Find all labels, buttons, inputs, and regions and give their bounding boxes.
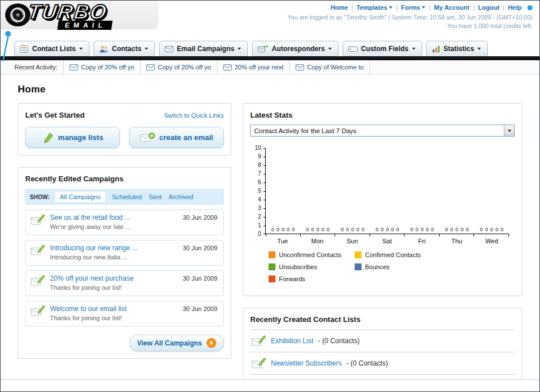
header-link-my-account[interactable]: My Account bbox=[434, 4, 469, 11]
recent-activity-item[interactable]: 20% off your next bbox=[217, 60, 290, 74]
y-tick-label: 8 bbox=[258, 162, 261, 168]
campaign-date: 30 Jun 2009 bbox=[182, 275, 217, 282]
separator: | bbox=[503, 4, 504, 11]
legend-label: Confirmed Contacts bbox=[365, 251, 421, 258]
activity-item-label: 20% off your next bbox=[235, 64, 283, 71]
chevron-down-icon bbox=[328, 48, 332, 50]
bar-group: 00000 bbox=[266, 227, 301, 232]
campaigns-title: Recently Edited Campaigns bbox=[25, 174, 224, 183]
envelope-pencil-icon bbox=[30, 214, 45, 226]
campaign-row: Introducing our new range ...Introducing… bbox=[25, 240, 224, 266]
latest-stats-title: Latest Stats bbox=[250, 111, 515, 119]
tab-statistics[interactable]: Statistics bbox=[426, 41, 488, 56]
stats-period-select[interactable]: Contact Activity for the Last 7 Days bbox=[250, 125, 515, 137]
tab-autoresponders[interactable]: Autoresponders bbox=[252, 41, 339, 56]
recent-activity-item[interactable]: Copy of 20% off yo bbox=[63, 60, 141, 74]
x-tick-label: Sat bbox=[370, 238, 405, 244]
get-started-head: Let's Get Started Switch to Quick Links bbox=[25, 111, 224, 119]
y-tick bbox=[263, 183, 266, 183]
campaign-date: 30 Jun 2009 bbox=[182, 244, 217, 251]
bar-value-label: 0 bbox=[415, 227, 418, 232]
tab-label: Contact Lists bbox=[32, 45, 76, 53]
tab-label: Autoresponders bbox=[271, 45, 325, 53]
bar-value-label: 0 bbox=[356, 227, 359, 232]
separator: | bbox=[473, 4, 475, 11]
nav-divider bbox=[1, 56, 539, 60]
campaign-row: Welcome to our email listThanks for join… bbox=[25, 301, 224, 327]
header-right: Home|Templates|Forms|My Account|Logout|H… bbox=[288, 4, 533, 29]
switch-quick-links-link[interactable]: Switch to Quick Links bbox=[164, 112, 224, 119]
bar-value-label: 0 bbox=[495, 227, 498, 232]
app-window: TURBO EMAIL Home|Templates|Forms|My Acco… bbox=[0, 0, 540, 392]
y-tick bbox=[263, 165, 266, 166]
view-all-campaigns-button[interactable]: View All Campaigns bbox=[130, 335, 224, 351]
campaign-title-link[interactable]: Welcome to our email list bbox=[50, 305, 178, 313]
filter-all-campaigns[interactable]: All Campaigns bbox=[55, 192, 105, 202]
envelope-icon bbox=[296, 64, 304, 71]
legend-swatch bbox=[269, 251, 275, 258]
y-tick bbox=[263, 208, 266, 209]
tab-contact-lists[interactable]: Contact Lists bbox=[14, 41, 90, 56]
bar-group: 00000 bbox=[440, 227, 475, 232]
header-link-help[interactable]: Help bbox=[508, 4, 522, 11]
create-email-button[interactable]: create an email bbox=[129, 127, 224, 148]
contact-count: - (0 Contacts) bbox=[318, 337, 360, 345]
turbo-email-logo[interactable]: TURBO EMAIL bbox=[4, 2, 112, 30]
separator: | bbox=[396, 4, 398, 11]
contact-list-link[interactable]: Exhibition List bbox=[271, 337, 313, 345]
y-tick bbox=[263, 191, 266, 192]
envelope-pencil-icon bbox=[30, 305, 45, 317]
campaign-date: 30 Jun 2009 bbox=[182, 305, 217, 312]
bar-group: 00000 bbox=[370, 227, 405, 232]
bar-value-label: 0 bbox=[450, 227, 453, 232]
x-tick-label: Tue bbox=[265, 238, 300, 244]
x-tick-label: Fri bbox=[405, 238, 440, 244]
bar-group: 00000 bbox=[405, 227, 440, 232]
legend-swatch bbox=[355, 251, 362, 258]
y-tick bbox=[263, 200, 266, 200]
campaign-subtitle: We're giving away our late ... bbox=[50, 223, 178, 230]
filter-sent[interactable]: Sent bbox=[149, 193, 162, 200]
envelope-icon bbox=[69, 64, 78, 71]
filter-archived[interactable]: Archived bbox=[169, 193, 193, 200]
recent-activity-item[interactable]: Copy of 20% off yo bbox=[140, 60, 217, 74]
bar-value-label: 0 bbox=[456, 227, 459, 232]
y-tick-label: 0 bbox=[258, 231, 261, 237]
activity-items: Copy of 20% off yoCopy of 20% off yo20% … bbox=[63, 60, 370, 74]
tab-label: Custom Fields bbox=[361, 45, 409, 53]
bar-value-label: 0 bbox=[351, 227, 354, 232]
campaign-title-link[interactable]: See us at the retail food ... bbox=[50, 214, 178, 222]
recent-activity-item[interactable]: Copy of Welcome to bbox=[289, 60, 370, 74]
contacts-icon bbox=[99, 45, 108, 53]
y-tick bbox=[263, 148, 266, 149]
tab-email-campaigns[interactable]: Email Campaigns bbox=[159, 41, 248, 56]
bar-value-label: 0 bbox=[466, 227, 469, 232]
tab-custom-fields[interactable]: Custom Fields bbox=[343, 41, 422, 56]
y-tick-label: 5 bbox=[258, 188, 261, 194]
bar-group: 00000 bbox=[474, 227, 509, 232]
bar-value-label: 0 bbox=[431, 227, 434, 232]
campaign-title-link[interactable]: Introducing our new range ... bbox=[50, 244, 178, 252]
contact-list-link[interactable]: Newsletter Subscribers bbox=[271, 359, 341, 367]
filter-scheduled[interactable]: Scheduled bbox=[112, 193, 142, 200]
bar-value-label: 0 bbox=[421, 227, 424, 232]
header-link-forms[interactable]: Forms bbox=[401, 4, 426, 11]
envelope-plus-icon bbox=[140, 132, 155, 143]
bar-value-label: 0 bbox=[391, 227, 394, 232]
header-link-home[interactable]: Home bbox=[331, 4, 348, 11]
legend-item: Confirmed Contacts bbox=[355, 251, 441, 258]
y-tick-label: 10 bbox=[255, 145, 261, 151]
campaign-title-link[interactable]: 20% off your next purchase bbox=[50, 274, 178, 282]
contact-activity-chart: 109876543210 000000000000000000000000000… bbox=[250, 148, 515, 234]
button-label: create an email bbox=[160, 133, 213, 142]
chevron-down-icon bbox=[145, 48, 148, 50]
bar-value-label: 0 bbox=[277, 227, 279, 232]
header-link-logout[interactable]: Logout bbox=[478, 4, 499, 11]
header-link-templates[interactable]: Templates bbox=[356, 4, 393, 11]
legend-label: Forwards bbox=[279, 275, 305, 282]
chevron-down-icon bbox=[422, 6, 425, 9]
manage-lists-button[interactable]: manage lists bbox=[25, 127, 120, 148]
tab-contacts[interactable]: Contacts bbox=[94, 41, 155, 56]
bar-value-label: 0 bbox=[362, 227, 364, 232]
envelope-pencil-icon bbox=[251, 335, 266, 347]
